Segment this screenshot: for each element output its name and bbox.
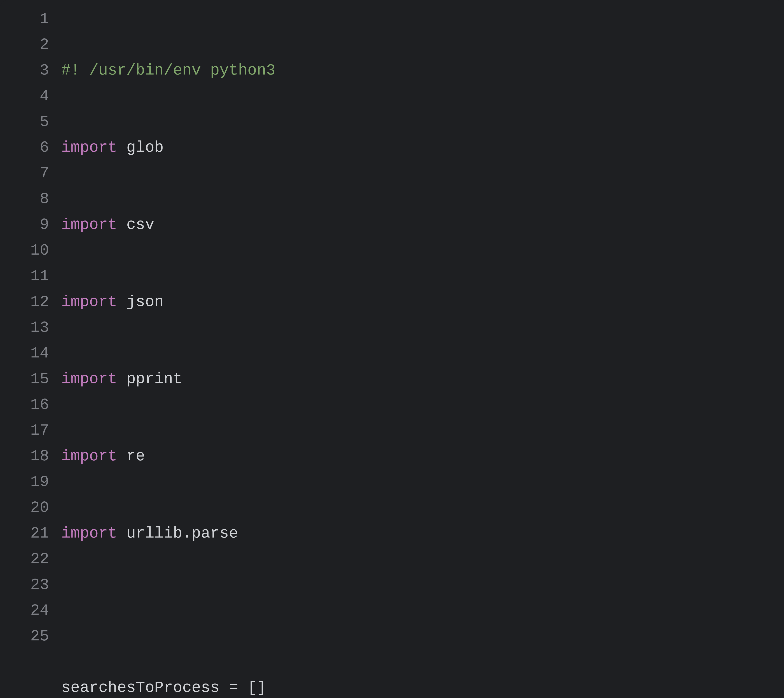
code-line: import json [61, 289, 784, 315]
line-number [12, 649, 49, 675]
line-number: 5 [12, 109, 49, 135]
line-number: 18 [12, 443, 49, 469]
line-number: 2 [12, 32, 49, 58]
line-number: 17 [12, 418, 49, 443]
line-number: 19 [12, 469, 49, 495]
line-number: 11 [12, 263, 49, 289]
kw-import: import [61, 525, 117, 542]
dot: . [182, 525, 192, 542]
code-line: import glob [61, 135, 784, 160]
line-number: 8 [12, 186, 49, 212]
line-number: 23 [12, 572, 49, 598]
line-number: 3 [12, 58, 49, 83]
line-number: 1 [12, 6, 49, 32]
line-number: 13 [12, 315, 49, 341]
shebang-comment: #! /usr/bin/env python3 [61, 62, 275, 79]
line-number: 16 [12, 392, 49, 418]
module-name: json [117, 293, 164, 311]
line-number: 9 [12, 212, 49, 238]
op-assign: = [229, 679, 238, 696]
line-number: 7 [12, 160, 49, 186]
line-number-gutter: 1 2 3 4 5 6 7 8 9 10 11 12 13 14 15 16 1… [0, 6, 61, 692]
module-name: pprint [117, 370, 182, 388]
line-number: 14 [12, 341, 49, 366]
code-editor: 1 2 3 4 5 6 7 8 9 10 11 12 13 14 15 16 1… [0, 0, 784, 698]
kw-import: import [61, 370, 117, 388]
list-literal: [] [238, 679, 266, 696]
code-line: searchesToProcess = [] [61, 675, 784, 698]
line-number: 25 [12, 624, 49, 649]
line-number: 4 [12, 83, 49, 109]
line-number: 10 [12, 238, 49, 263]
module-name: re [117, 448, 145, 465]
kw-import: import [61, 448, 117, 465]
module-name: csv [117, 216, 154, 234]
line-number: 24 [12, 598, 49, 624]
kw-import: import [61, 293, 117, 311]
line-number: 20 [12, 495, 49, 520]
code-line: import pprint [61, 366, 784, 392]
module-name: parse [192, 525, 238, 542]
line-number: 12 [12, 289, 49, 315]
code-line-blank [61, 598, 784, 624]
code-line: #! /usr/bin/env python3 [61, 58, 784, 83]
kw-import: import [61, 139, 117, 156]
code-line: import re [61, 443, 784, 469]
identifier: searchesToProcess [61, 679, 229, 696]
line-number: 15 [12, 366, 49, 392]
line-number: 21 [12, 520, 49, 546]
code-area[interactable]: #! /usr/bin/env python3 import glob impo… [61, 6, 784, 692]
line-number: 6 [12, 135, 49, 160]
module-name: glob [117, 139, 164, 156]
module-name: urllib [117, 525, 182, 542]
code-line: import urllib.parse [61, 520, 784, 546]
line-number: 22 [12, 546, 49, 572]
kw-import: import [61, 216, 117, 234]
code-line: import csv [61, 212, 784, 238]
